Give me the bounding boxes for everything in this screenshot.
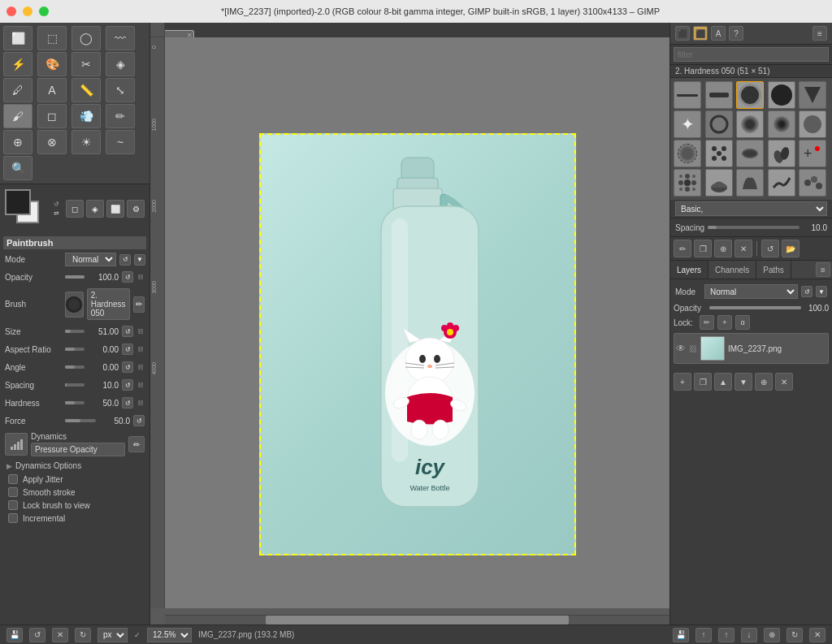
statusbar-btn-5[interactable]: ⊕ bbox=[764, 628, 780, 642]
tool-zoom[interactable]: 🔍 bbox=[3, 156, 32, 180]
angle-slider[interactable] bbox=[65, 360, 84, 374]
tool-measure[interactable]: 📏 bbox=[72, 78, 101, 102]
brush-duplicate-action[interactable]: ❐ bbox=[694, 240, 712, 257]
brush-thumb-20[interactable] bbox=[799, 169, 826, 197]
font-icon[interactable]: A bbox=[711, 26, 726, 41]
brush-thumb-9[interactable] bbox=[768, 110, 795, 138]
tool-select-ellipse[interactable]: ◯ bbox=[72, 26, 101, 50]
tool-heal[interactable]: ⊗ bbox=[37, 130, 67, 154]
lock-brush-checkbox[interactable] bbox=[8, 500, 18, 510]
brush-thumb-3[interactable] bbox=[736, 81, 764, 109]
statusbar-btn-1[interactable]: 💾 bbox=[673, 628, 689, 642]
brush-thumb-5[interactable] bbox=[799, 81, 826, 109]
size-slider[interactable] bbox=[65, 324, 84, 339]
paths-tab[interactable]: Paths bbox=[756, 261, 791, 279]
tool-paintbrush[interactable]: 🖌 bbox=[3, 104, 32, 128]
spacing-slider[interactable] bbox=[65, 378, 84, 392]
tool-smudge[interactable]: ~ bbox=[106, 130, 135, 154]
tool-select-rect[interactable]: ⬚ bbox=[37, 26, 67, 50]
tool-clone[interactable]: ⊕ bbox=[3, 130, 32, 154]
tool-transform[interactable]: ⤡ bbox=[106, 78, 135, 102]
statusbar-btn-4[interactable]: ↓ bbox=[741, 628, 757, 642]
panel-menu-btn[interactable]: ≡ bbox=[812, 26, 827, 41]
force-slider[interactable] bbox=[65, 413, 96, 428]
aspect-ratio-reset-btn[interactable]: ↺ bbox=[122, 344, 133, 355]
statusbar-cancel-btn[interactable]: ✕ bbox=[52, 628, 68, 642]
brush-thumb-11[interactable] bbox=[674, 140, 701, 167]
opacity-reset-btn[interactable]: ↺ bbox=[122, 271, 133, 283]
brush-thumb-18[interactable] bbox=[736, 169, 764, 197]
zoom-select[interactable]: 12.5% bbox=[147, 628, 192, 642]
statusbar-refresh-btn[interactable]: ↻ bbox=[75, 628, 91, 642]
hardness-chain[interactable]: ⛓ bbox=[136, 397, 145, 408]
unit-select[interactable]: px bbox=[98, 628, 128, 642]
tool-fuzzy-select[interactable]: ⚡ bbox=[3, 52, 32, 76]
mode-extra-btn[interactable]: ▼ bbox=[134, 254, 145, 266]
opacity-chain-btn[interactable]: ⛓ bbox=[136, 271, 145, 283]
brush-copy-action[interactable]: ⊕ bbox=[714, 240, 732, 257]
hardness-slider[interactable] bbox=[65, 395, 84, 410]
aspect-ratio-slider[interactable] bbox=[65, 342, 84, 357]
layer-delete-btn[interactable]: ✕ bbox=[775, 373, 793, 391]
brush-thumb-2[interactable] bbox=[705, 81, 733, 109]
spacing-reset-btn[interactable]: ↺ bbox=[122, 379, 133, 391]
brush-edit-action[interactable]: ✏ bbox=[674, 240, 691, 257]
brush-thumb-14[interactable] bbox=[768, 140, 795, 167]
brush-thumb-10[interactable] bbox=[799, 110, 826, 138]
lock-move-btn[interactable]: + bbox=[717, 315, 732, 330]
angle-reset-btn[interactable]: ↺ bbox=[122, 361, 133, 373]
brush-thumb-8[interactable] bbox=[736, 110, 764, 138]
tool-new[interactable]: ⬜ bbox=[3, 26, 32, 50]
dynamics-options-header[interactable]: ▶ Dynamics Options bbox=[3, 459, 146, 473]
aspect-ratio-chain[interactable]: ⛓ bbox=[136, 344, 145, 355]
brush-thumb-1[interactable] bbox=[674, 81, 701, 109]
horizontal-scrollbar[interactable] bbox=[165, 615, 670, 625]
brush-thumb-6[interactable]: ✦ bbox=[674, 110, 701, 138]
layer-mode-extra[interactable]: ▼ bbox=[816, 286, 827, 297]
layer-mode-select[interactable]: Normal bbox=[704, 284, 798, 299]
brush-color-icon[interactable]: ⬛ bbox=[693, 26, 708, 41]
overlay-mode-btn[interactable]: ◈ bbox=[86, 200, 104, 218]
size-chain-btn[interactable]: ⛓ bbox=[136, 326, 145, 337]
normal-mode-btn[interactable]: ◻ bbox=[66, 200, 84, 218]
brush-type-icon[interactable]: ⬛ bbox=[675, 26, 690, 41]
brush-thumb-4[interactable] bbox=[768, 81, 795, 109]
foreground-color[interactable] bbox=[5, 189, 31, 215]
brush-edit-btn[interactable]: ✏ bbox=[133, 296, 145, 313]
layers-tab[interactable]: Layers bbox=[670, 261, 708, 279]
brush-thumb-17[interactable] bbox=[705, 169, 733, 197]
tool-select-by-color[interactable]: 🎨 bbox=[37, 52, 67, 76]
angle-chain[interactable]: ⛓ bbox=[136, 361, 145, 373]
canvas-content[interactable]: icy Water Bottle bbox=[165, 37, 670, 608]
brush-tag-select[interactable]: Basic, bbox=[675, 201, 827, 216]
spacing-chain[interactable]: ⛓ bbox=[136, 379, 145, 391]
tool-eraser[interactable]: ◻ bbox=[37, 104, 67, 128]
tool-select-free[interactable]: 〰 bbox=[106, 26, 135, 50]
layer-opacity-slider[interactable] bbox=[709, 302, 801, 313]
tool-text[interactable]: A bbox=[37, 78, 67, 102]
layers-panel-menu[interactable]: ≡ bbox=[816, 262, 830, 277]
statusbar-btn-2[interactable]: ↑ bbox=[696, 628, 712, 642]
brush-thumb-15[interactable]: + bbox=[799, 140, 826, 167]
extra-mode-btn[interactable]: ⚙ bbox=[127, 200, 145, 218]
brush-thumb-19[interactable] bbox=[768, 169, 795, 197]
statusbar-save-btn[interactable]: 💾 bbox=[6, 628, 23, 642]
layer-down-btn[interactable]: ▼ bbox=[734, 373, 752, 391]
layer-item[interactable]: 👁 ⛓ IMG_2237.png bbox=[674, 333, 829, 364]
brush-thumb-13[interactable] bbox=[736, 140, 764, 167]
brush-thumb-16[interactable] bbox=[674, 169, 701, 197]
mode-reset-btn[interactable]: ↺ bbox=[119, 254, 131, 266]
image-canvas[interactable]: icy Water Bottle bbox=[259, 133, 576, 555]
tool-foreground-select[interactable]: ◈ bbox=[106, 52, 135, 76]
opacity-slider[interactable] bbox=[65, 270, 84, 284]
brush-thumb-12[interactable] bbox=[705, 140, 733, 167]
smooth-stroke-checkbox[interactable] bbox=[8, 487, 18, 497]
tool-dodge-burn[interactable]: ☀ bbox=[72, 130, 101, 154]
statusbar-btn-7[interactable]: ✕ bbox=[809, 628, 826, 642]
size-reset-btn[interactable]: ↺ bbox=[122, 326, 133, 337]
layer-mode-reset[interactable]: ↺ bbox=[801, 286, 812, 297]
apply-jitter-checkbox[interactable] bbox=[8, 474, 18, 484]
layer-merge-btn[interactable]: ⊕ bbox=[755, 373, 773, 391]
quick-mask-btn[interactable]: ⬜ bbox=[106, 200, 124, 218]
brush-preview[interactable] bbox=[65, 292, 84, 318]
